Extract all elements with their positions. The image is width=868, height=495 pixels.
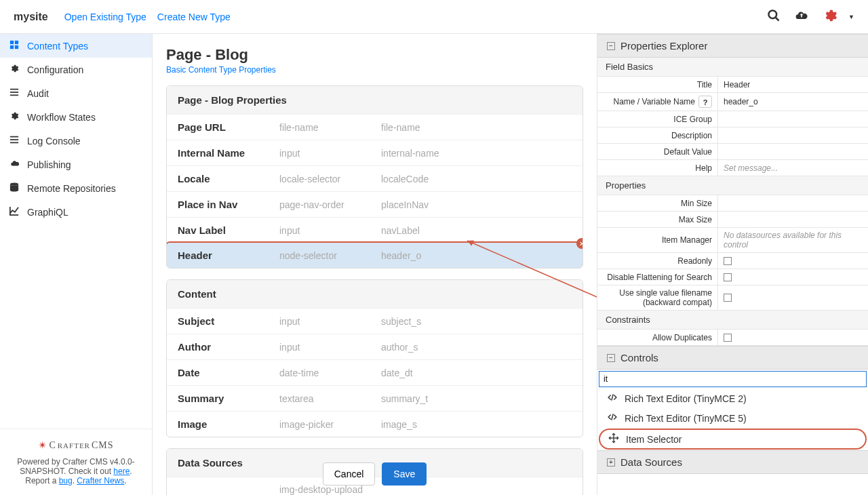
data-sources-header[interactable]: + Data Sources	[597, 450, 868, 474]
field-row[interactable]: Nav Label input navLabel	[167, 217, 583, 243]
svg-point-0	[769, 11, 777, 19]
sidebar-item-label: Content Types	[27, 41, 88, 52]
field-row[interactable]: Date date-time date_dt	[167, 359, 583, 385]
site-name: mysite	[14, 11, 48, 23]
list-icon	[9, 135, 22, 146]
field-type: input	[279, 225, 381, 236]
svg-rect-3	[15, 41, 18, 44]
field-row[interactable]: Place in Nav page-nav-order placeInNav	[167, 191, 583, 217]
search-icon[interactable]	[767, 9, 781, 24]
sidebar-item-workflow-states[interactable]: Workflow States	[0, 105, 152, 129]
breadcrumb[interactable]: Basic Content Type Properties	[166, 65, 583, 75]
property-label: Allow Duplicates	[597, 330, 718, 345]
sidebar-item-remote-repositories[interactable]: Remote Repositories	[0, 176, 152, 200]
property-value[interactable]	[718, 330, 868, 345]
cancel-button[interactable]: Cancel	[323, 462, 376, 486]
sidebar: Content TypesConfigurationAuditWorkflow …	[0, 34, 153, 495]
property-label: Name / Variable Name?	[597, 93, 718, 111]
property-label: ICE Group	[597, 111, 718, 127]
field-row[interactable]: Author input author_s	[167, 334, 583, 359]
property-row: Name / Variable Name?header_o	[597, 93, 868, 111]
field-row[interactable]: Subject input subject_s	[167, 308, 583, 334]
field-name: Summary	[178, 393, 279, 404]
footer-bug-link[interactable]: bug	[59, 476, 73, 486]
sidebar-item-log-console[interactable]: Log Console	[0, 129, 152, 153]
gear-icon	[9, 64, 22, 75]
field-type: node-selector	[279, 250, 381, 261]
field-row[interactable]: Locale locale-selector localeCode	[167, 165, 583, 191]
property-label: Use single value filename (backward comp…	[597, 285, 718, 310]
field-name: Author	[178, 341, 279, 353]
property-row: Default Value	[597, 144, 868, 160]
move-icon	[608, 433, 622, 446]
property-value[interactable]: Header	[718, 77, 868, 92]
controls-header[interactable]: − Controls	[597, 346, 868, 370]
save-button[interactable]: Save	[382, 462, 427, 486]
field-row[interactable]: Internal Name input internal-name	[167, 140, 583, 165]
property-value[interactable]	[718, 144, 868, 159]
close-icon[interactable]: ✕	[576, 238, 583, 249]
checkbox[interactable]	[724, 273, 732, 281]
upload-cloud-icon[interactable]	[794, 9, 809, 24]
property-row: Allow Duplicates	[597, 330, 868, 346]
property-value[interactable]	[718, 195, 868, 211]
collapse-icon[interactable]: −	[607, 354, 615, 362]
property-value[interactable]	[718, 111, 868, 127]
field-var: date_dt	[381, 368, 413, 378]
create-type-link[interactable]: Create New Type	[157, 12, 231, 22]
controls-filter-input[interactable]	[599, 371, 867, 387]
property-row: ICE Group	[597, 111, 868, 127]
footer-news-link[interactable]: Crafter News	[77, 476, 124, 486]
field-var: image_s	[381, 419, 417, 430]
field-row[interactable]: Image image-picker image_s	[167, 411, 583, 437]
field-type: input	[279, 342, 381, 353]
property-value[interactable]	[718, 212, 868, 227]
expand-icon[interactable]: +	[607, 458, 615, 467]
property-value[interactable]: No datasources available for this contro…	[718, 228, 868, 252]
checkbox[interactable]	[724, 334, 732, 342]
footer-here-link[interactable]: here	[113, 467, 130, 476]
field-var: author_s	[381, 342, 418, 353]
field-name: Locale	[178, 173, 279, 184]
checkbox[interactable]	[724, 257, 732, 265]
property-row: Item ManagerNo datasources available for…	[597, 228, 868, 253]
sidebar-item-graphiql[interactable]: GraphiQL	[0, 200, 152, 224]
property-value[interactable]: header_o	[718, 93, 868, 111]
property-row: HelpSet message...	[597, 160, 868, 176]
chart-icon	[9, 206, 22, 218]
checkbox[interactable]	[724, 294, 732, 302]
field-type: image-picker	[279, 419, 381, 430]
field-row[interactable]: Header node-selector header_o ✕	[166, 241, 583, 269]
help-icon[interactable]: ?	[698, 96, 712, 108]
panel-1: Content Subject input subject_s Author i…	[166, 279, 583, 437]
properties-explorer-header[interactable]: − Properties Explorer	[597, 34, 868, 58]
property-label: Disable Flattening for Search	[597, 269, 718, 285]
collapse-icon[interactable]: −	[607, 42, 615, 50]
sidebar-item-label: Publishing	[27, 159, 71, 170]
settings-gear-icon[interactable]	[823, 8, 837, 25]
control-item[interactable]: Rich Text Editor (TinyMCE 2)	[597, 389, 868, 408]
field-var: internal-name	[381, 148, 439, 159]
field-type: locale-selector	[279, 174, 381, 184]
sidebar-item-audit[interactable]: Audit	[0, 81, 152, 105]
sidebar-item-content-types[interactable]: Content Types	[0, 34, 152, 58]
field-row[interactable]: Summary textarea summary_t	[167, 385, 583, 411]
control-item[interactable]: Item Selector	[599, 429, 867, 450]
property-value[interactable]	[718, 285, 868, 310]
property-value[interactable]	[718, 253, 868, 269]
field-row[interactable]: Page URL file-name file-name	[167, 114, 583, 140]
sidebar-item-label: GraphiQL	[27, 207, 68, 218]
control-item[interactable]: Rich Text Editor (TinyMCE 5)	[597, 408, 868, 428]
open-type-link[interactable]: Open Existing Type	[64, 12, 146, 22]
settings-caret-icon[interactable]: ▼	[848, 14, 854, 20]
sidebar-item-configuration[interactable]: Configuration	[0, 58, 152, 81]
code-icon	[607, 412, 620, 424]
sidebar-item-publishing[interactable]: Publishing	[0, 153, 152, 176]
field-var: subject_s	[381, 316, 421, 327]
property-value[interactable]	[718, 127, 868, 143]
property-value[interactable]	[718, 269, 868, 285]
property-value[interactable]: Set message...	[718, 160, 868, 176]
property-row: Max Size	[597, 212, 868, 228]
field-name: Nav Label	[178, 224, 279, 236]
field-type: img-desktop-upload	[279, 484, 381, 495]
